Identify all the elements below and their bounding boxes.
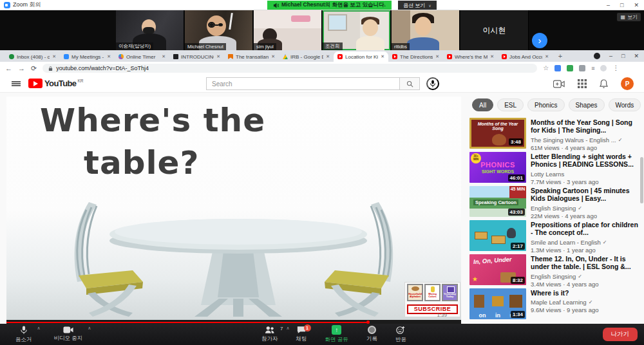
tab-google-drive[interactable]: IRB - Google Driv✕ <box>279 51 334 62</box>
endcard-video-thumb[interactable]: Household Alphabet <box>407 284 423 301</box>
create-video-icon[interactable] <box>553 80 565 88</box>
browser-menu-icon[interactable]: ⋮ <box>612 65 619 71</box>
voice-search-button[interactable] <box>426 77 439 90</box>
browser-maximize-button[interactable]: □ <box>621 53 625 59</box>
bookmark-star-icon[interactable]: ☆ <box>543 65 549 71</box>
back-icon[interactable]: ← <box>5 64 12 72</box>
shared-browser-window: Inbox (408) - chesn✕ My Meetings - Zoo✕ … <box>0 50 644 324</box>
tab-directions-song[interactable]: The Directions Son✕ <box>388 51 443 62</box>
tab-close-icon[interactable]: ✕ <box>490 54 494 59</box>
tab-close-icon[interactable]: ✕ <box>52 54 56 59</box>
apps-grid-icon[interactable] <box>578 79 587 88</box>
duration-badge: 46:01 <box>508 174 525 182</box>
tab-zoom-meetings[interactable]: My Meetings - Zoo✕ <box>60 51 115 62</box>
participants-button[interactable]: 참가자 7 ∧ <box>255 324 285 345</box>
tab-close-icon[interactable]: ✕ <box>545 54 549 59</box>
zoom-toolbar: 음소거 ∧ 비디오 중지 ∧ 참가자 7 ∧ 채팅 1 ↑ <box>0 324 644 345</box>
speaker-icon <box>273 3 279 8</box>
participant-tile[interactable]: 이승재(담당자) <box>116 10 184 50</box>
tab-close-icon[interactable]: ✕ <box>381 54 384 59</box>
tab-wheres-the-monkey[interactable]: Where's the Monk✕ <box>443 51 498 62</box>
account-avatar[interactable]: P <box>621 77 634 90</box>
tab-close-icon[interactable]: ✕ <box>107 54 111 59</box>
reading-list-icon[interactable]: ≡ <box>591 65 594 71</box>
extension-icon-blue[interactable] <box>554 65 561 71</box>
chip-shapes[interactable]: Shapes <box>569 98 605 111</box>
subscribe-button[interactable]: SUBSCRIBE <box>407 304 458 314</box>
channel-name: Smile and Learn - English <box>531 239 601 246</box>
sidebar-scrollbar[interactable] <box>640 157 643 203</box>
suggested-video[interactable]: 45 MIN Speaking Cartoon 43:03 Speaking C… <box>467 184 644 218</box>
video-meta: 7.7M views · 3 years ago <box>531 178 640 185</box>
tab-close-icon[interactable]: ✕ <box>162 54 166 59</box>
suggested-video[interactable]: 2:17 Prepositions of place for children … <box>467 218 644 252</box>
video-title: Letter Blending + sight words + Phonics … <box>531 153 640 169</box>
tab-close-icon[interactable]: ✕ <box>435 54 439 59</box>
search-input[interactable] <box>206 77 399 90</box>
bookmark-favicon <box>228 54 233 59</box>
tab-close-icon[interactable]: ✕ <box>326 54 330 59</box>
extensions-puzzle-icon[interactable] <box>579 65 585 71</box>
record-button[interactable]: 기록 <box>360 324 384 345</box>
zoom-favicon <box>64 54 69 59</box>
notifications-bell-icon[interactable] <box>600 79 608 89</box>
view-options-button[interactable]: 옵션 보기 ∨ <box>398 1 437 10</box>
participant-tile-active-speaker[interactable]: 조건희 <box>323 10 391 50</box>
tab-inbox[interactable]: Inbox (408) - chesn✕ <box>5 51 60 62</box>
stop-video-button[interactable]: 비디오 중지 ∧ <box>48 324 90 345</box>
participant-tile[interactable]: Michael Chesnut <box>185 10 253 50</box>
video-player[interactable]: Where's the table? <box>6 97 461 324</box>
participant-tile[interactable]: sim jiyul <box>254 10 322 50</box>
duration-badge: 1:34 <box>511 311 525 318</box>
browser-minimize-button[interactable]: – <box>609 53 612 59</box>
gallery-view-button[interactable]: ▦ 보기 <box>617 13 641 21</box>
endcard-video-thumb[interactable]: Yesterday Today <box>442 284 458 301</box>
video-title: Prepositions of place for children - The… <box>531 221 640 237</box>
browser-profile-icon[interactable] <box>594 53 600 59</box>
leave-meeting-button[interactable]: 나가기 <box>603 328 638 341</box>
participant-tile[interactable]: rltldbs <box>392 10 460 50</box>
tab-introducing[interactable]: INTRODUCING CU✕ <box>169 51 224 62</box>
next-participants-button[interactable]: › <box>532 33 547 48</box>
banner-text: Michael Chesnut의 화면을 보고 있습니다. <box>281 1 386 9</box>
hamburger-menu-icon[interactable] <box>12 81 21 86</box>
mute-button[interactable]: 음소거 ∧ <box>9 324 39 345</box>
chevron-right-icon: › <box>538 35 542 46</box>
document-favicon <box>173 54 178 59</box>
suggested-video[interactable]: PHONICS SIGHT WORDS 30+ MIN 46:01 Letter… <box>467 150 644 184</box>
youtube-logo[interactable]: YouTube KR <box>28 79 84 88</box>
chevron-up-icon[interactable]: ∧ <box>88 326 91 331</box>
close-button[interactable]: ✕ <box>634 2 639 8</box>
address-bar[interactable]: youtube.com/watch?v=DtA-_SoThj4 <box>43 64 537 73</box>
chat-button[interactable]: 채팅 1 <box>290 324 314 345</box>
chip-words[interactable]: Words <box>609 98 641 111</box>
maximize-button[interactable]: □ <box>620 2 623 8</box>
reload-icon[interactable]: ⟳ <box>31 64 37 73</box>
chip-phonics[interactable]: Phonics <box>527 98 565 111</box>
chevron-up-icon[interactable]: ∧ <box>37 326 40 331</box>
profile-icon[interactable] <box>600 65 607 71</box>
chip-all[interactable]: All <box>472 98 493 111</box>
tab-location-for-kids-active[interactable]: Location for Kids -✕ <box>334 51 388 62</box>
tab-close-icon[interactable]: ✕ <box>216 54 220 59</box>
endcard-video-thumb[interactable]: Mixing Colors <box>424 284 440 301</box>
suggested-video[interactable]: on in un 1:34 Where is it? Maple Leaf Le… <box>467 286 644 321</box>
share-screen-button[interactable]: ↑ 화면 공유 <box>319 324 355 345</box>
chip-esl[interactable]: ESL <box>497 98 524 111</box>
participant-tile-video-off[interactable]: 이시현 <box>460 10 529 50</box>
tab-jobs-occupations[interactable]: Jobs And Occupati✕ <box>498 51 553 62</box>
reactions-button[interactable]: 반응 <box>389 324 413 345</box>
extension-icon-green[interactable] <box>567 65 573 71</box>
tab-transatlantic[interactable]: The transatlantic✕ <box>224 51 279 62</box>
minimize-button[interactable]: – <box>607 2 610 8</box>
window-title: Zoom 회의 <box>13 1 41 9</box>
forward-icon[interactable]: → <box>18 64 25 72</box>
search-button[interactable] <box>399 77 420 90</box>
tab-online-timer[interactable]: Online Timer✕ <box>115 51 169 62</box>
video-meta: 3.4M views · 4 years ago <box>531 281 640 288</box>
suggested-video[interactable]: In, On, Under ★ 8:32 Theme 12. In, On, U… <box>467 252 644 286</box>
new-tab-button[interactable]: + <box>555 51 565 62</box>
browser-close-button[interactable]: ✕ <box>634 53 639 59</box>
suggested-video[interactable]: Months of the Year Song 3:48 Months of t… <box>467 116 644 150</box>
tab-close-icon[interactable]: ✕ <box>271 54 275 59</box>
